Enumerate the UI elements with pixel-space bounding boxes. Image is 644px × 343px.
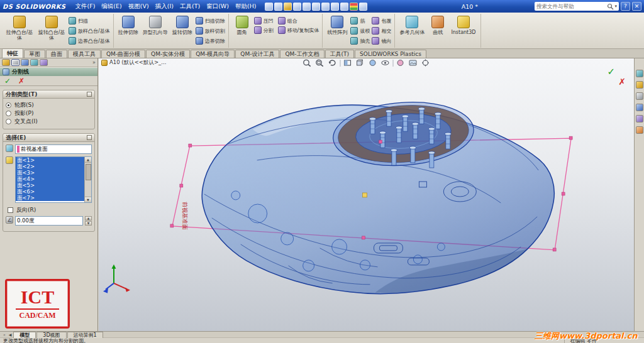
tab-scroll-first-icon[interactable]: « bbox=[2, 332, 7, 338]
tab-solidworks-plastics[interactable]: SOLIDWORKS Plastics bbox=[355, 50, 426, 58]
menu-edit[interactable]: 编辑(E) bbox=[98, 1, 125, 12]
custom-properties-icon[interactable] bbox=[636, 126, 643, 134]
spinner-up-icon[interactable]: ▲ bbox=[85, 216, 92, 220]
file-explorer-icon[interactable] bbox=[636, 92, 643, 100]
design-library-icon[interactable] bbox=[636, 81, 643, 89]
scroll-thumb[interactable] bbox=[86, 164, 91, 180]
shell-button[interactable]: 抽壳 bbox=[350, 36, 370, 45]
help-button[interactable]: ? bbox=[621, 2, 630, 11]
tab-qm-design-tools[interactable]: QM-设计工具 bbox=[235, 50, 279, 58]
property-manager-icon[interactable] bbox=[11, 59, 19, 66]
split-button[interactable]: 分割 bbox=[254, 26, 274, 35]
search-icon[interactable] bbox=[607, 3, 614, 10]
tab-sketch[interactable]: 草图 bbox=[24, 50, 45, 58]
boundary-boss-button[interactable]: 边界凸台/基体 bbox=[69, 36, 110, 45]
view-palette-icon[interactable] bbox=[636, 104, 643, 111]
cancel-button[interactable]: ✗ bbox=[18, 77, 25, 85]
panel-expand-icon[interactable]: » bbox=[92, 60, 96, 65]
list-scrollbar[interactable]: ▲ ▼ bbox=[84, 157, 91, 202]
edit-appearance-icon[interactable] bbox=[395, 58, 406, 67]
list-item[interactable]: 面<1> bbox=[16, 157, 84, 163]
mirror-button[interactable]: 镜向 bbox=[372, 36, 391, 45]
edit-icon[interactable] bbox=[265, 3, 273, 11]
tab-qm-solid-split[interactable]: QM-实体分模 bbox=[146, 50, 190, 58]
view-settings-icon[interactable] bbox=[420, 58, 431, 67]
list-item[interactable]: 面<7> bbox=[16, 195, 84, 201]
intersect-button[interactable]: 相交 bbox=[372, 26, 391, 35]
confirm-cancel-button[interactable]: ✗ bbox=[618, 77, 626, 87]
tab-mold-tools[interactable]: 模具工具 bbox=[68, 50, 101, 58]
list-item[interactable]: 面<3> bbox=[16, 170, 84, 176]
draft-angle-field[interactable]: 0.00度 bbox=[15, 216, 83, 226]
group-collapse-icon[interactable] bbox=[87, 92, 92, 97]
reference-triad[interactable] bbox=[103, 264, 130, 293]
close-button[interactable]: ✕ bbox=[632, 2, 641, 11]
tab-qm-work-docs[interactable]: QM-工作文档 bbox=[280, 50, 324, 58]
display-style-icon[interactable] bbox=[367, 58, 378, 67]
new-icon[interactable] bbox=[274, 3, 282, 11]
hide-show-items-icon[interactable] bbox=[380, 58, 391, 67]
radio-projection-icon[interactable] bbox=[6, 111, 11, 116]
document-flyout-label[interactable]: A10 (默认<<默认>_... bbox=[109, 59, 166, 67]
radio-silhouette-icon[interactable] bbox=[6, 102, 11, 108]
spinner-down-icon[interactable]: ▼ bbox=[85, 221, 92, 226]
fillet-button[interactable]: 圆角 bbox=[232, 14, 252, 48]
tab-scroll-prev-icon[interactable]: ◀ bbox=[8, 332, 13, 338]
group-collapse-icon[interactable] bbox=[87, 135, 92, 140]
extrude-cut-button[interactable]: 拉伸切除 bbox=[117, 14, 140, 48]
reverse-direction-checkbox-row[interactable]: 反向(R) bbox=[6, 205, 92, 214]
hole-wizard-button[interactable]: 异型孔向导 bbox=[142, 14, 169, 48]
sweep-cut-button[interactable]: 扫描切除 bbox=[196, 16, 225, 25]
tab-model[interactable]: 模型 bbox=[13, 332, 36, 338]
radio-projection[interactable]: 投影(P) bbox=[6, 109, 92, 117]
model-canvas[interactable]: 前视基准面 bbox=[99, 58, 634, 331]
options-icon[interactable] bbox=[359, 3, 367, 11]
appearances-scenes-icon[interactable] bbox=[636, 115, 643, 122]
loft-cut-button[interactable]: 放样切割 bbox=[196, 26, 225, 35]
revolve-boss-button[interactable]: 旋转凸台/基体 bbox=[36, 14, 67, 48]
document-flyout[interactable]: A10 (默认<<默认>_... bbox=[101, 58, 166, 67]
delete-icon[interactable] bbox=[312, 3, 320, 11]
radio-intersection-icon[interactable] bbox=[6, 119, 11, 124]
feature-manager-icon[interactable] bbox=[2, 59, 10, 66]
apply-scene-icon[interactable] bbox=[408, 58, 418, 67]
combine-button[interactable]: 组合 bbox=[278, 16, 319, 25]
sketch-point-marker[interactable] bbox=[363, 193, 367, 197]
display-manager-icon[interactable] bbox=[40, 59, 48, 66]
tab-tools[interactable]: 工具(T) bbox=[325, 50, 355, 58]
view-orientation-icon[interactable] bbox=[355, 58, 365, 67]
linear-pattern-button[interactable]: 线性阵列 bbox=[326, 14, 348, 48]
zoom-fit-icon[interactable] bbox=[302, 58, 313, 67]
menu-help[interactable]: 帮助(H) bbox=[232, 1, 260, 12]
revolve-cut-button[interactable]: 旋转切除 bbox=[171, 14, 194, 48]
menu-window[interactable]: 窗口(W) bbox=[203, 1, 232, 12]
list-item[interactable]: 面<6> bbox=[16, 188, 84, 195]
search-input[interactable] bbox=[536, 3, 607, 9]
open-icon[interactable] bbox=[284, 3, 292, 11]
save-icon[interactable] bbox=[293, 3, 301, 11]
direction-reference-field[interactable]: 前视基准面 bbox=[15, 144, 92, 154]
rib-button[interactable]: 筋 bbox=[350, 16, 370, 25]
extrude-boss-button[interactable]: 拉伸凸台/基体 bbox=[4, 14, 35, 48]
solidworks-resources-icon[interactable] bbox=[636, 70, 643, 77]
faces-to-split-list[interactable]: 面<1> 面<2> 面<3> 面<4> 面<5> 面<6> 面<7> ▲ ▼ bbox=[15, 156, 92, 203]
instant3d-button[interactable]: Instant3D bbox=[450, 14, 477, 48]
loft-button[interactable]: 放样凸台/基体 bbox=[69, 26, 110, 35]
menu-tools[interactable]: 工具(T) bbox=[177, 1, 203, 12]
radio-intersection[interactable]: 交叉点(I) bbox=[6, 117, 92, 126]
dimxpert-manager-icon[interactable] bbox=[30, 59, 38, 66]
indent-button[interactable]: 压凹 bbox=[254, 16, 274, 25]
rebuild-icon[interactable] bbox=[350, 3, 358, 11]
reference-geometry-button[interactable]: 参考几何体 bbox=[398, 14, 426, 48]
search-dropdown-icon[interactable]: ▾ bbox=[614, 4, 617, 9]
wrap-button[interactable]: 包覆 bbox=[372, 16, 391, 25]
move-copy-button[interactable]: 移动/复制实体 bbox=[278, 26, 319, 35]
select-icon[interactable] bbox=[340, 3, 348, 11]
confirm-ok-button[interactable]: ✓ bbox=[607, 66, 615, 77]
tab-features[interactable]: 特征 bbox=[2, 48, 23, 58]
undo-icon[interactable] bbox=[321, 3, 330, 11]
zoom-area-icon[interactable] bbox=[314, 58, 325, 67]
tab-motion-study[interactable]: 运动算例1 bbox=[67, 332, 103, 338]
tab-3d-views[interactable]: 3D视图 bbox=[36, 332, 66, 338]
previous-view-icon[interactable] bbox=[327, 58, 338, 67]
